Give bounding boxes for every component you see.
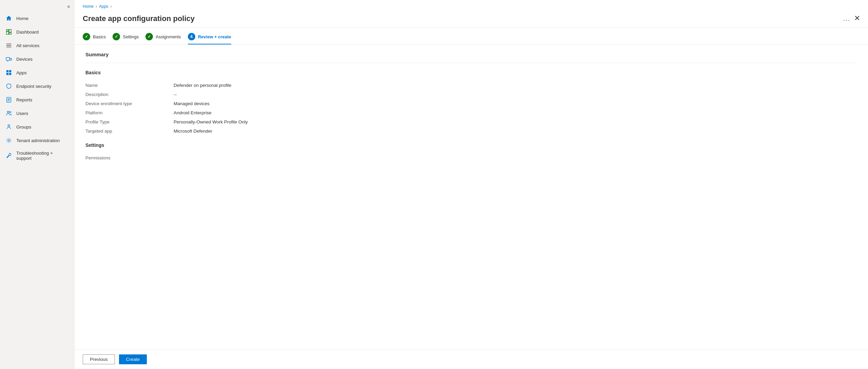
basics-section-title: Basics [85, 70, 857, 77]
field-targeted-app-value: Microsoft Defender [174, 129, 212, 134]
svg-rect-3 [9, 33, 11, 35]
step-assignments[interactable]: ✓ Assignments [145, 33, 188, 44]
field-profile-type-label: Profile Type [85, 119, 174, 124]
svg-rect-2 [6, 32, 8, 34]
gear-icon [5, 137, 12, 144]
breadcrumb-apps[interactable]: Apps [99, 4, 108, 9]
step-label-review: Review + create [198, 34, 231, 39]
close-button[interactable] [854, 15, 860, 22]
step-label-basics: Basics [93, 34, 106, 39]
field-name: Name Defender on personal profile [85, 81, 857, 90]
permissions-row: Permissions [85, 153, 857, 162]
sidebar-label-dashboard: Dashboard [16, 30, 39, 35]
field-description: Description -- [85, 90, 857, 99]
sidebar-item-dashboard[interactable]: Dashboard [0, 25, 74, 39]
step-circle-basics: ✓ [83, 33, 90, 40]
page-title: Create app configuration policy [83, 14, 839, 23]
svg-rect-6 [6, 47, 11, 47]
svg-rect-4 [6, 44, 11, 44]
field-enrollment-value: Managed devices [174, 101, 210, 106]
breadcrumb: Home › Apps › [75, 0, 868, 9]
sidebar-item-reports[interactable]: Reports [0, 93, 74, 106]
svg-rect-13 [9, 73, 11, 75]
svg-rect-1 [9, 30, 11, 32]
sidebar-item-users[interactable]: Users [0, 106, 74, 120]
step-basics[interactable]: ✓ Basics [83, 33, 113, 44]
reports-icon [5, 96, 12, 103]
step-circle-assignments: ✓ [145, 33, 153, 40]
field-profile-type: Profile Type Personally-Owned Work Profi… [85, 117, 857, 127]
sidebar-label-all-services: All services [16, 43, 39, 48]
sidebar-item-troubleshooting[interactable]: Troubleshooting + support [0, 147, 74, 164]
sidebar-item-apps[interactable]: Apps [0, 66, 74, 79]
collapse-icon[interactable]: « [67, 3, 70, 9]
sidebar-label-endpoint-security: Endpoint security [16, 84, 52, 89]
field-enrollment-type: Device enrollment type Managed devices [85, 99, 857, 108]
sidebar-label-devices: Devices [16, 57, 33, 62]
svg-rect-7 [6, 58, 10, 60]
footer: Previous Create [75, 349, 868, 369]
field-description-label: Description [85, 92, 174, 97]
apps-icon [5, 69, 12, 76]
create-button[interactable]: Create [119, 354, 147, 364]
dashboard-icon [5, 28, 12, 35]
svg-rect-12 [6, 73, 8, 75]
content-area: Summary Basics Name Defender on personal… [75, 45, 868, 349]
step-circle-settings: ✓ [113, 33, 120, 40]
sidebar-item-tenant-administration[interactable]: Tenant administration [0, 134, 74, 147]
field-platform-value: Android Enterprise [174, 110, 212, 115]
groups-icon [5, 123, 12, 130]
list-icon [5, 42, 12, 49]
svg-point-19 [10, 112, 11, 113]
sidebar-item-devices[interactable]: Devices [0, 52, 74, 66]
wrench-icon [5, 152, 12, 159]
field-name-label: Name [85, 83, 174, 88]
devices-icon [5, 56, 12, 62]
svg-rect-11 [9, 70, 11, 72]
previous-button[interactable]: Previous [83, 354, 115, 364]
home-icon [5, 15, 12, 22]
wizard-steps: ✓ Basics ✓ Settings ✓ Assignments 4 Revi… [75, 27, 868, 45]
field-name-value: Defender on personal profile [174, 83, 231, 88]
step-review[interactable]: 4 Review + create [188, 33, 238, 44]
main-content: Home › Apps › Create app configuration p… [75, 0, 868, 369]
step-label-assignments: Assignments [156, 34, 181, 39]
sidebar-label-apps: Apps [16, 70, 27, 75]
sidebar-label-home: Home [16, 16, 28, 21]
sidebar-item-endpoint-security[interactable]: Endpoint security [0, 79, 74, 93]
sidebar-label-users: Users [16, 111, 28, 116]
svg-rect-5 [6, 45, 11, 46]
shield-icon [5, 83, 12, 90]
sidebar-item-all-services[interactable]: All services [0, 39, 74, 52]
field-description-value: -- [174, 92, 177, 97]
more-options-button[interactable]: ... [843, 15, 850, 22]
users-icon [5, 110, 12, 117]
svg-point-20 [8, 125, 9, 127]
breadcrumb-home[interactable]: Home [83, 4, 94, 9]
sidebar-item-home[interactable]: Home [0, 12, 74, 25]
svg-rect-10 [6, 70, 8, 72]
sidebar-item-groups[interactable]: Groups [0, 120, 74, 134]
sidebar: « Home Dashboard All services Devices Ap… [0, 0, 75, 369]
svg-point-21 [8, 139, 9, 141]
divider-summary [85, 63, 857, 63]
svg-point-18 [7, 111, 9, 113]
permissions-label: Permissions [85, 155, 174, 160]
step-label-settings: Settings [123, 34, 139, 39]
step-circle-review: 4 [188, 33, 195, 40]
sidebar-label-reports: Reports [16, 97, 32, 102]
svg-rect-8 [10, 58, 12, 60]
breadcrumb-sep-2: › [110, 4, 112, 9]
page-header: Create app configuration policy ... [75, 9, 868, 27]
sidebar-label-groups: Groups [16, 124, 31, 130]
field-profile-type-value: Personally-Owned Work Profile Only [174, 119, 248, 124]
sidebar-label-troubleshooting: Troubleshooting + support [16, 151, 69, 161]
breadcrumb-sep-1: › [96, 4, 97, 9]
field-platform: Platform Android Enterprise [85, 108, 857, 117]
field-enrollment-label: Device enrollment type [85, 101, 174, 106]
summary-title: Summary [85, 52, 857, 57]
field-targeted-app-label: Targeted app [85, 129, 174, 134]
step-settings[interactable]: ✓ Settings [113, 33, 145, 44]
sidebar-collapse-button[interactable]: « [0, 0, 74, 12]
settings-section-title: Settings [85, 142, 857, 149]
